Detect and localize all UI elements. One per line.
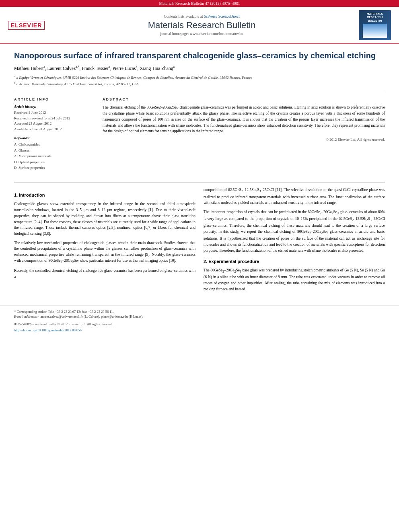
elsevier-logo: ELSEVIER: [8, 21, 45, 30]
accepted-date: Accepted 23 August 2012: [14, 121, 95, 127]
body-content: 1. Introduction Chalcogenide glasses sho…: [14, 187, 385, 295]
affiliation-a: a a Equipe Verres et Céramiques, UMR 622…: [14, 74, 385, 81]
abstract-text: The chemical etching of the 80GeSe2–20Ga…: [103, 105, 385, 134]
keyword-1: A. Chalcogenides: [14, 142, 95, 147]
corresponding-author-note: * Corresponding author. Tel.: +33 2 23 2…: [14, 309, 385, 314]
main-content: Nanoporous surface of infrared transpare…: [0, 44, 399, 302]
footer: * Corresponding author. Tel.: +33 2 23 2…: [0, 306, 399, 334]
issn-line: 0025-5408/$ – see front matter © 2012 El…: [14, 322, 385, 327]
keyword-3: A. Microporous materials: [14, 153, 95, 159]
doi-line: http://dx.doi.org/10.1016/j.matresbu.201…: [14, 328, 385, 332]
abstract-heading: ABSTRACT: [103, 97, 385, 101]
authors: Mathieu Huberta, Laurent Calveza,*, Fran…: [14, 65, 385, 72]
mrb-logo: MATERIALS RESEARCH BULLETIN: [359, 10, 391, 40]
contents-availability: Contents lists available at SciVerse Sci…: [45, 14, 359, 18]
journal-header: ELSEVIER Contents lists available at Sci…: [0, 7, 399, 44]
body-left-col: 1. Introduction Chalcogenide glasses sho…: [14, 187, 195, 295]
divider-1: [14, 93, 385, 93]
article-info-heading: ARTICLE INFO: [14, 97, 95, 101]
sciverse-link[interactable]: SciVerse ScienceDirect: [204, 14, 240, 18]
exp-para-1: The 80GeSe2–20Ga2Se3 base glass was prep…: [204, 267, 385, 292]
elsevier-branding: ELSEVIER: [8, 21, 45, 30]
mrb-logo-image: [363, 24, 387, 38]
abstract-section: ABSTRACT The chemical etching of the 80G…: [103, 97, 385, 175]
exp-title: 2. Experimental procedure: [204, 258, 385, 265]
keyword-5: D. Surface properties: [14, 165, 95, 170]
article-info: ARTICLE INFO Article history: Received 4…: [14, 97, 95, 175]
author-mathieu: Mathieu Huberta, Laurent Calveza,*, Fran…: [14, 66, 175, 71]
email-note: E-mail addresses: laurent.calvez@univ-re…: [14, 314, 385, 319]
available-date: Available online 31 August 2012: [14, 127, 95, 132]
keywords-list: A. Chalcogenides A. Glasses A. Microporo…: [14, 142, 95, 170]
journal-homepage: journal homepage: www.elsevier.com/locat…: [45, 32, 359, 36]
affiliations: a a Equipe Verres et Céramiques, UMR 622…: [14, 74, 385, 87]
keywords-label: Keywords:: [14, 136, 95, 140]
header-center: Contents lists available at SciVerse Sci…: [45, 14, 359, 36]
intro-para-2: The relatively low mechanical properties…: [14, 240, 195, 265]
mrb-logo-text: MATERIALS RESEARCH BULLETIN: [367, 12, 383, 23]
right-para-2: The important proportion of crystals tha…: [204, 209, 385, 253]
history-label: Article history:: [14, 105, 95, 109]
top-banner: Materials Research Bulletin 47 (2012) 40…: [0, 0, 399, 7]
affiliation-b: b b Arizona Materials Laboratory, 4715 E…: [14, 81, 385, 87]
body-right-col: composition of 62.5GeS2–12.5Sb2S3–25CsCl…: [204, 187, 385, 295]
copyright-notice: © 2012 Elsevier Ltd. All rights reserved…: [103, 138, 385, 142]
keywords-section: Keywords: A. Chalcogenides A. Glasses A.…: [14, 136, 95, 170]
received-date: Received 4 June 2012: [14, 110, 95, 116]
journal-title: Materials Research Bulletin: [45, 20, 359, 31]
article-history: Article history: Received 4 June 2012 Re…: [14, 105, 95, 132]
right-para-1: composition of 62.5GeS2–12.5Sb2S3–25CsCl…: [204, 187, 385, 206]
intro-para-3: Recently, the controlled chemical etchin…: [14, 268, 195, 279]
intro-para-1: Chalcogenide glasses show extended trans…: [14, 201, 195, 236]
journal-citation: Materials Research Bulletin 47 (2012) 40…: [159, 1, 240, 6]
article-title: Nanoporous surface of infrared transpare…: [14, 50, 385, 61]
divider-2: [14, 183, 385, 183]
revised-date: Received in revised form 24 July 2012: [14, 116, 95, 121]
intro-title: 1. Introduction: [14, 192, 195, 199]
keyword-4: D. Optical properties: [14, 159, 95, 165]
info-abstract-section: ARTICLE INFO Article history: Received 4…: [14, 97, 385, 175]
keyword-2: A. Glasses: [14, 148, 95, 153]
